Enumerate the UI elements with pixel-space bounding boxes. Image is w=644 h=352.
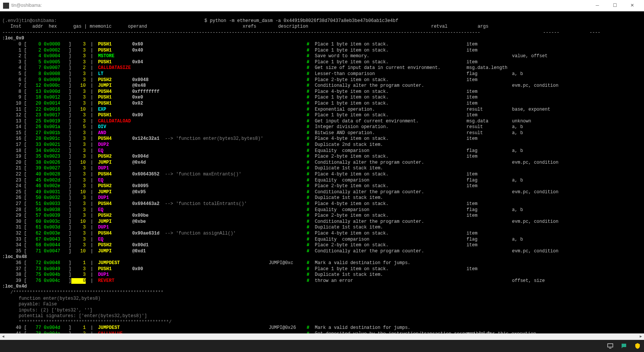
hash-marker: #: [306, 83, 309, 88]
scroll-left-arrow[interactable]: ◄: [0, 333, 6, 340]
addr-hex: 0x0032: [44, 195, 66, 201]
xref: [269, 59, 306, 66]
gas-cost: 3: [71, 53, 86, 59]
inst-index: 6: [2, 77, 21, 83]
mnemonic: PUSH1: [98, 42, 132, 48]
args: a, b: [512, 124, 523, 130]
monitor-icon[interactable]: [607, 343, 614, 349]
addr-hex: 0x0026: [44, 160, 66, 166]
gas-cost: 3: [71, 183, 86, 189]
comment-line: payable: False: [2, 302, 57, 307]
inst-index: 11: [2, 107, 21, 113]
mnemonic: PUSH1: [98, 48, 132, 54]
xref: [269, 249, 306, 255]
description: Place 2-byte item on stack.: [315, 213, 467, 219]
chat-icon[interactable]: [620, 343, 627, 349]
comment-line: /***************************************…: [2, 290, 163, 295]
disasm-row: 6 [ 9 0x0009 ] 3 | PUSH2 0x0048 # Place …: [2, 77, 642, 83]
comment-line: function enter(bytes32,bytes8): [2, 296, 101, 301]
gas-cost: 3: [71, 242, 86, 249]
addr-hex: 0x001b: [44, 130, 66, 136]
operand: 0x00: [132, 266, 269, 272]
inst-index: 15: [2, 130, 21, 136]
operand: 0x004d: [132, 154, 269, 160]
description: Place 2-byte item on stack.: [315, 242, 467, 249]
operand: 0x00d1: [132, 242, 269, 249]
disasm-row: 17 [ 33 0x0021 ] 3 | DUP2 # Duplicate 2n…: [2, 142, 642, 148]
args: offset, size: [512, 278, 545, 284]
args: value, offset: [512, 53, 548, 59]
mnemonic: DUP1: [98, 225, 132, 231]
mnemonic: LT: [98, 71, 132, 77]
xref: JUMPI@0xc: [269, 260, 306, 266]
description: Save word to memory.: [315, 53, 467, 59]
disasm-row: 21 [ 39 0x0027 ] 3 | DUP1 # Duplicate 1s…: [2, 166, 642, 172]
addr-dec: 39: [27, 166, 41, 172]
addr-hex: 0x0002: [44, 48, 66, 54]
hash-marker: #: [306, 249, 309, 254]
addr-dec: 68: [27, 242, 41, 249]
inst-index: 35: [2, 249, 21, 255]
minimize-button[interactable]: ─: [589, 0, 606, 11]
xref: [269, 148, 306, 154]
retval: msg.data.length: [467, 65, 512, 71]
retval: result: [467, 107, 512, 113]
description: Equality comparison: [315, 237, 467, 243]
operand: 0xffffffff: [132, 89, 269, 95]
addr-dec: 20: [27, 101, 41, 107]
xref: [269, 83, 306, 89]
hash-marker: #: [306, 154, 309, 159]
gas-cost: 3: [71, 213, 86, 219]
mnemonic: JUMPI: [98, 189, 132, 196]
retval: [467, 249, 512, 255]
operand: [132, 53, 269, 59]
xref: [269, 136, 306, 142]
operand: @0xd1: [132, 249, 269, 255]
retval: item: [467, 231, 512, 237]
mnemonic: CALLDATASIZE: [98, 65, 132, 71]
retval: item: [467, 42, 512, 48]
inst-index: 5: [2, 71, 21, 77]
terminal-output[interactable]: (.env3)tin@oshibama: $ python -m ethereu…: [0, 11, 644, 340]
addr-hex: 0x0017: [44, 113, 66, 119]
gas-cost: 3: [71, 148, 86, 154]
gas-cost: 3: [71, 237, 86, 243]
addr-dec: 7: [27, 65, 41, 71]
gas-cost: 10: [71, 83, 86, 89]
disasm-row: 38 [ 75 0x004b ] 3 | DUP1 # Duplicate 1s…: [2, 272, 642, 278]
inst-index: 1: [2, 48, 21, 54]
xref: [269, 101, 306, 107]
description: Conditionally alter the program counter.: [315, 249, 467, 255]
addr-dec: 38: [27, 160, 41, 166]
addr-hex: 0x0028: [44, 172, 66, 178]
args: evm.pc, condition: [512, 249, 558, 255]
horizontal-scrollbar[interactable]: ◄ ►: [0, 333, 644, 340]
xref: [269, 113, 306, 119]
operand: [132, 107, 269, 113]
scroll-right-arrow[interactable]: ►: [638, 333, 644, 340]
operand: 0x04: [132, 59, 269, 66]
inst-index: 40: [2, 325, 21, 331]
description: Place 1 byte item on stack.: [315, 59, 467, 66]
inst-index: 4: [2, 65, 21, 71]
inst-index: 18: [2, 148, 21, 154]
close-button[interactable]: ✕: [624, 0, 641, 11]
disasm-row: 16 [ 28 0x001c ] 3 | PUSH4 0x124c32a1 --…: [2, 136, 642, 142]
addr-dec: 51: [27, 201, 41, 207]
gas-cost: 5: [71, 124, 86, 130]
operand: @0x48: [132, 83, 269, 89]
disasm-row: 18 [ 34 0x0022 ] 3 | EQ # Equality compa…: [2, 148, 642, 154]
addr-hex: 0x003c: [44, 219, 66, 225]
gas-cost: 3: [71, 77, 86, 83]
addr-dec: 77: [27, 325, 41, 331]
description: Place 1 byte item on stack.: [315, 48, 467, 54]
mnemonic: DUP2: [98, 142, 132, 148]
disasm-row: 27 [ 51 0x0033 ] 3 | PUSH4 0x694463a2 --…: [2, 201, 642, 207]
addr-hex: 0x001c: [44, 136, 66, 142]
maximize-button[interactable]: ☐: [606, 0, 624, 11]
addr-hex: 0x004d: [44, 325, 66, 331]
description: Conditionally alter the program counter.: [315, 219, 467, 225]
terminal-icon: [3, 3, 9, 9]
shield-icon[interactable]: [634, 343, 641, 349]
hash-marker: #: [306, 207, 309, 213]
